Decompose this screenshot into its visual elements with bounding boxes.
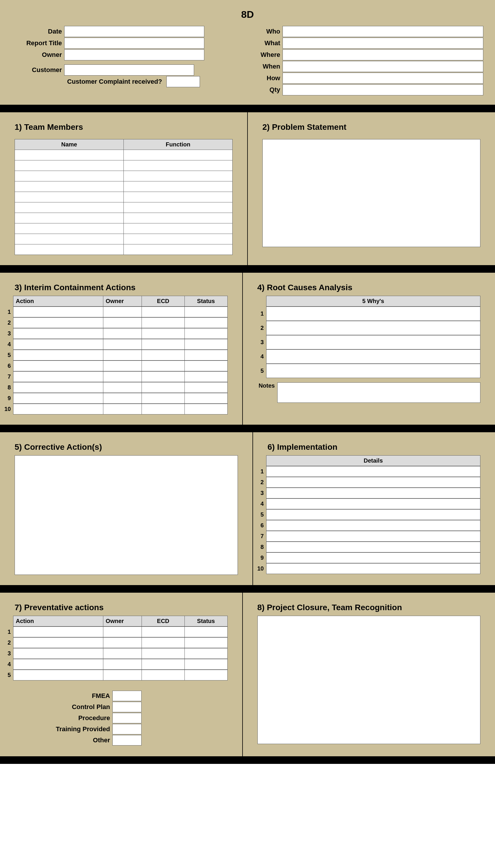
other-label: Other	[54, 737, 113, 744]
where-input[interactable]	[283, 49, 483, 60]
when-input[interactable]	[283, 61, 483, 72]
row-number: 10	[257, 565, 266, 572]
table-row: 1	[257, 306, 481, 321]
header-section: Date Report Title Owner Customer Custome…	[0, 26, 495, 105]
row-number: 8	[4, 384, 13, 391]
section-prevent: 7) Preventative actions Action Owner ECD…	[0, 593, 243, 756]
row-number: 7	[257, 533, 266, 539]
row-number: 3	[257, 490, 266, 496]
row-number: 3	[4, 330, 13, 337]
what-input[interactable]	[283, 38, 483, 49]
row-number: 6	[4, 362, 13, 369]
table-row: 9	[4, 393, 228, 404]
who-label: Who	[248, 28, 283, 35]
table-row: 1	[257, 466, 481, 477]
table-row: 8	[4, 382, 228, 393]
interim-rows: 12345678910	[4, 306, 228, 414]
prevent-status-header: Status	[185, 616, 227, 626]
table-row: 8	[257, 542, 481, 552]
prevent-heading: 7) Preventative actions	[4, 603, 228, 612]
corrective-textbox[interactable]	[15, 455, 238, 575]
customer-label: Customer	[12, 66, 64, 74]
row-number: 5	[4, 352, 13, 358]
divider-4	[0, 585, 495, 593]
procedure-input[interactable]	[113, 713, 141, 723]
divider-1	[0, 105, 495, 112]
table-row: 7	[257, 531, 481, 542]
row-number: 10	[4, 406, 13, 412]
who-input[interactable]	[283, 26, 483, 37]
row-number: 4	[257, 500, 266, 507]
section-interim: 3) Interim Containment Actions Action Ow…	[0, 273, 243, 425]
problem-textbox[interactable]	[262, 139, 480, 247]
table-row: 7	[4, 371, 228, 382]
interim-owner-header: Owner	[103, 296, 142, 306]
when-label: When	[248, 63, 283, 70]
table-row: 5	[257, 509, 481, 520]
other-input[interactable]	[113, 735, 141, 745]
impl-heading: 6) Implementation	[257, 442, 481, 452]
fmea-label: FMEA	[54, 692, 113, 700]
corrective-heading: 5) Corrective Action(s)	[15, 442, 238, 452]
table-row: 1	[4, 306, 228, 317]
how-label: How	[248, 74, 283, 82]
problem-heading: 2) Problem Statement	[262, 123, 480, 132]
prevent-ecd-header: ECD	[142, 616, 185, 626]
qty-label: Qty	[248, 86, 283, 94]
date-label: Date	[12, 28, 64, 35]
table-row: 4	[4, 659, 228, 670]
date-input[interactable]	[64, 26, 204, 37]
table-row: 2	[4, 317, 228, 328]
table-row: 4	[4, 339, 228, 350]
row-number: 6	[257, 522, 266, 529]
section-root: 4) Root Causes Analysis 5 Why's 12345 No…	[243, 273, 495, 425]
qty-input[interactable]	[283, 84, 483, 95]
interim-ecd-header: ECD	[142, 296, 185, 306]
whys-header: 5 Why's	[266, 296, 480, 306]
closure-heading: 8) Project Closure, Team Recognition	[257, 603, 481, 612]
table-row	[15, 224, 233, 234]
team-heading: 1) Team Members	[15, 123, 233, 132]
training-label: Training Provided	[54, 725, 113, 733]
interim-status-header: Status	[185, 296, 227, 306]
notes-box[interactable]	[277, 383, 481, 403]
row-number: 5	[4, 672, 13, 678]
report-title-input[interactable]	[64, 38, 204, 49]
table-row	[15, 171, 233, 181]
table-row: 4	[257, 498, 481, 509]
table-row: 6	[4, 360, 228, 371]
customer-input[interactable]	[64, 65, 194, 75]
header-right: Who What Where When How Qty	[248, 26, 483, 96]
checks-section: FMEA Control Plan Procedure Training Pro…	[4, 691, 228, 745]
closure-textbox[interactable]	[257, 616, 481, 744]
training-input[interactable]	[113, 724, 141, 734]
table-row: 10	[257, 563, 481, 574]
section-impl: 6) Implementation Details 12345678910	[253, 432, 495, 585]
team-function-header: Function	[124, 139, 233, 150]
row-number: 2	[4, 639, 13, 646]
row-number: 4	[257, 353, 266, 360]
whys-rows: 12345	[257, 306, 481, 378]
row-number: 1	[4, 308, 13, 315]
table-row: 5	[4, 350, 228, 360]
divider-3	[0, 425, 495, 432]
complaint-input[interactable]	[166, 76, 200, 87]
interim-action-header: Action	[13, 296, 103, 306]
table-row: 2	[257, 321, 481, 335]
page-title: 8D	[0, 0, 495, 26]
row-number: 9	[4, 395, 13, 402]
table-row: 3	[4, 328, 228, 339]
control-input[interactable]	[113, 702, 141, 712]
fmea-input[interactable]	[113, 691, 141, 701]
header-left: Date Report Title Owner Customer Custome…	[12, 26, 248, 96]
owner-input[interactable]	[64, 49, 204, 60]
row-number: 7	[4, 373, 13, 380]
table-row: 3	[257, 488, 481, 498]
owner-label: Owner	[12, 51, 64, 59]
how-input[interactable]	[283, 73, 483, 84]
team-table: Name Function	[15, 139, 233, 255]
interim-heading: 3) Interim Containment Actions	[4, 283, 228, 292]
root-heading: 4) Root Causes Analysis	[257, 283, 481, 292]
table-row: 5	[257, 364, 481, 378]
prevent-action-header: Action	[13, 616, 103, 626]
